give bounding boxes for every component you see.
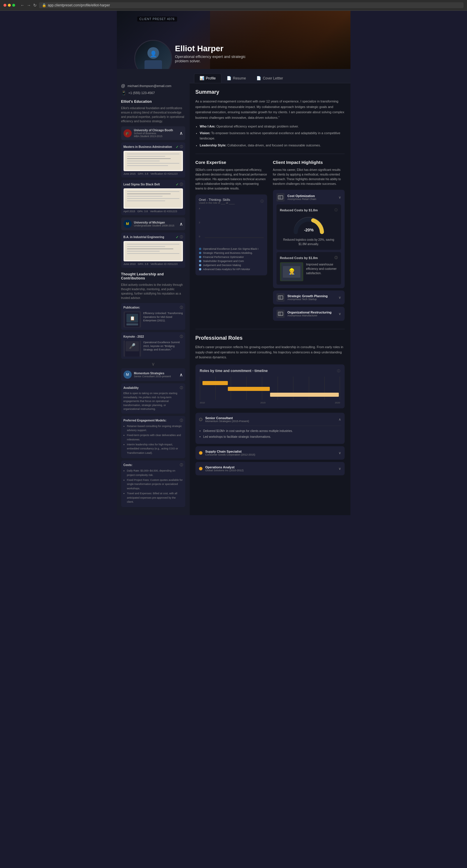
content-body: Summary As a seasoned management consult… — [189, 83, 350, 484]
costs-item-1: Daily Rate: $3,000–$4,500, depending on … — [127, 469, 183, 477]
org-icon — [276, 310, 285, 318]
info-icon-3[interactable]: ⓘ — [180, 235, 183, 239]
consultant-title: Operational efficiency expert and strate… — [175, 55, 257, 63]
info-icon-2[interactable]: ⓘ — [180, 182, 183, 187]
expertise-col: Core Expertise SElliot's core expertise … — [196, 160, 267, 323]
bullet-who: Who I Am: Operational efficiency expert … — [200, 124, 345, 129]
role-ops[interactable]: Operations Analyst Global Solutions Inc … — [196, 462, 345, 475]
impact-cost-header: Cost Optimization Anonymous Retail Chain… — [276, 193, 341, 202]
cost-opt-chevron[interactable]: ∨ — [339, 195, 341, 199]
michigan-chevron: ∧ — [179, 221, 183, 227]
email-icon: @ — [121, 84, 125, 88]
availability-info-icon[interactable]: ⓘ — [180, 386, 183, 390]
company-name: Momentum Strategies — [134, 372, 177, 375]
publication-info-icon[interactable]: ⓘ — [180, 305, 183, 310]
contact-section: @ michael.thompson@email.com 📱 +1 (555) … — [121, 84, 185, 95]
gauge-info-icon[interactable]: ⓘ — [334, 208, 338, 212]
publication-image: 📋 — [123, 311, 141, 328]
keynote-text: Operational Excellence Summit 2022, keyn… — [143, 341, 183, 356]
year-2010: 2010 — [200, 401, 205, 404]
strategic-title: Strategic Growth Planning — [288, 294, 328, 298]
keynote-info-icon[interactable]: ⓘ — [180, 335, 183, 339]
senior-bullet-2: Led workshops to facilitate strategic tr… — [203, 435, 341, 439]
engagement-header: Preferred Engagement Models: ⓘ — [123, 418, 183, 423]
impact-strategic-left: Strategic Growth Planning Anonymous Tech… — [276, 293, 328, 302]
cert-sixsigma-doc — [123, 188, 183, 209]
university-michigan[interactable]: M University of Michigan Undergraduate S… — [121, 217, 185, 230]
skills-info-icon[interactable]: ⓘ — [260, 199, 264, 204]
supply-chevron[interactable]: ∨ — [339, 451, 341, 455]
legend-label-2: Strategic Planning and Business Modeling… — [203, 251, 253, 254]
cert-ba-title: B.A. in Industrial Engineering — [123, 236, 164, 239]
cert-sixsigma-header: Lead Sigma Six Black Belt ✓ ⓘ — [123, 182, 183, 187]
timeline-info-icon[interactable]: ⓘ — [337, 369, 340, 373]
tab-resume[interactable]: 📄 Resume — [222, 73, 252, 83]
card2-image: 👷 — [280, 262, 303, 281]
engagement-info-icon[interactable]: ⓘ — [180, 418, 183, 423]
main-layout: @ michael.thompson@email.com 📱 +1 (555) … — [117, 69, 350, 515]
avatar-image: 👤 — [135, 41, 171, 69]
strategic-company: Anonymous Tech Startup — [288, 298, 328, 301]
back-icon[interactable]: ← — [20, 3, 25, 7]
year-2015: 2015 — [260, 401, 266, 404]
gauge-desc: Reduced logistics costs by 20%, saving $… — [280, 238, 338, 246]
role-ops-title: Operations Analyst — [205, 465, 244, 469]
cost-icon — [276, 193, 285, 202]
impact-org-header: Organizational Restructuring Anonymous M… — [276, 310, 341, 318]
cost-opt-title: Cost Optimization — [288, 194, 316, 198]
education-desc: Elliot's educational foundation and cert… — [121, 106, 185, 123]
refresh-icon[interactable]: ↻ — [33, 3, 37, 7]
bullet-who-text: Operational efficiency expert and strate… — [216, 125, 299, 128]
michigan-name: University of Michigan — [134, 221, 177, 224]
timeline-labels: 2010 2015 2020 — [200, 401, 340, 404]
legend-dot-6 — [199, 268, 201, 271]
thought-title: Thought Leadership and Contributions — [121, 272, 185, 280]
skills-card-title: Onet - Thinking- Skills — [199, 198, 235, 202]
cert-ba-header: B.A. in Industrial Engineering ✓ ⓘ — [123, 235, 183, 239]
ops-chevron[interactable]: ∨ — [339, 467, 341, 471]
impact-org-left: Organizational Restructuring Anonymous M… — [276, 310, 332, 318]
card2-info-icon[interactable]: ⓘ — [334, 255, 338, 260]
strategic-chevron[interactable]: ∨ — [339, 296, 341, 300]
senior-chevron[interactable]: ∧ — [339, 417, 341, 422]
svg-rect-1 — [145, 60, 162, 69]
role-senior-expanded: Delivered $10M+ in cost savings for clie… — [199, 426, 341, 439]
org-chevron[interactable]: ∨ — [339, 312, 341, 316]
role-supply-info: Supply Chain Specialist Consumer Goods C… — [205, 450, 256, 456]
tab-profile[interactable]: 📊 Profile — [194, 73, 222, 83]
costs-info-icon[interactable]: ⓘ — [180, 463, 183, 467]
impact-org[interactable]: Organizational Restructuring Anonymous M… — [273, 307, 345, 321]
role-senior[interactable]: Senior Consultant Momentum Strategies (2… — [196, 413, 345, 444]
tab-cover-label: Cover Lettter — [263, 76, 283, 80]
publication-card: Publication: ⓘ 📋 Efficiency Unlocked: Tr… — [121, 303, 185, 330]
browser-navigation[interactable]: ← → ↻ — [20, 3, 37, 7]
legend-dot-1 — [199, 248, 201, 250]
card2-text: Improved warehouse efficiency and custom… — [306, 262, 338, 281]
skills-chart: 4 2 0 — [199, 207, 264, 245]
legend-label-6: Advanced Data Analytics for KPI Monitor — [203, 268, 250, 271]
skills-card-header: Onet - Thinking- Skills Used in the role… — [199, 198, 264, 204]
gauge-card: Reduced Costs by $1.8m ⓘ — [276, 204, 341, 250]
role-supply[interactable]: Supply Chain Specialist Consumer Goods C… — [196, 446, 345, 460]
tab-cover-letter[interactable]: 📄 Cover Lettter — [251, 73, 288, 83]
role-supply-header: Supply Chain Specialist Consumer Goods C… — [199, 450, 341, 456]
cover-tab-icon: 📄 — [256, 76, 261, 80]
cert-sixsigma-verify: ✓ ⓘ — [176, 182, 183, 187]
impact-strategic[interactable]: Strategic Growth Planning Anonymous Tech… — [273, 290, 345, 305]
forward-icon[interactable]: → — [27, 3, 31, 7]
cert-sixsigma: Lead Sigma Six Black Belt ✓ ⓘ Ap — [121, 180, 185, 215]
org-company: Anonymous Manufacturer — [288, 314, 332, 317]
role-senior-bullets: Delivered $10M+ in cost savings for clie… — [199, 429, 341, 439]
cert-sixsigma-meta: April 2015 GPA: 3.8 Verification ID #201… — [123, 210, 183, 213]
card2-title: Reduced Costs by $1.8m — [280, 256, 318, 260]
impact-strategic-header: Strategic Growth Planning Anonymous Tech… — [276, 293, 341, 302]
browser-url-bar[interactable]: 🔒 app.clientpreset.com/profile/elliot-ha… — [39, 2, 464, 8]
info-icon[interactable]: ⓘ — [180, 145, 183, 149]
engagement-item-1: Retainer-based consulting for ongoing st… — [127, 424, 183, 433]
michigan-years: Undergraduate Student 2008-2015 — [134, 224, 177, 227]
legend-item-3: Financial Performance Optimizatior — [199, 255, 264, 258]
role-supply-title: Supply Chain Specialist — [205, 450, 256, 453]
university-chicago[interactable]: 🎓 University of Chicago Booth School of … — [121, 126, 185, 140]
skills-card: Onet - Thinking- Skills Used in the role… — [196, 194, 267, 275]
summary-bullets: Who I Am: Operational efficiency expert … — [196, 124, 345, 148]
